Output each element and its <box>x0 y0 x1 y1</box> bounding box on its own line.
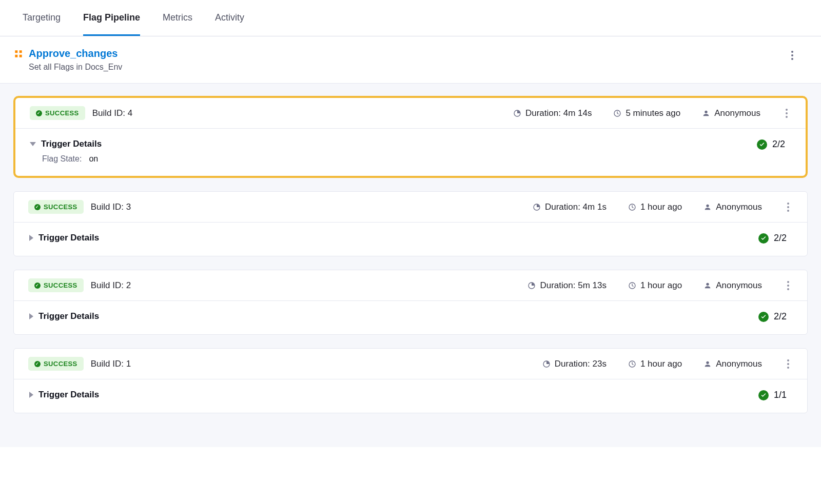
build-time-ago: 1 hour ago <box>640 202 682 212</box>
stage-ratio: 2/2 <box>757 139 785 150</box>
svg-point-11 <box>707 361 709 364</box>
build-actions-menu[interactable] <box>782 107 791 119</box>
build-header: ✓ SUCCESS Build ID: 4 Duration: 4m 14s 5… <box>15 98 806 129</box>
check-icon: ✓ <box>34 361 41 367</box>
status-badge: ✓ SUCCESS <box>28 357 84 371</box>
build-time-ago: 1 hour ago <box>640 280 682 291</box>
build-actions-menu[interactable] <box>784 279 793 292</box>
page-header: Approve_changes Set all Flags in Docs_En… <box>0 36 821 84</box>
chevron-right-icon <box>29 392 33 398</box>
status-badge: ✓ SUCCESS <box>30 106 85 120</box>
pipeline-title-link[interactable]: Approve_changes <box>29 48 122 59</box>
check-icon: ✓ <box>34 204 41 210</box>
duration-icon <box>542 360 551 368</box>
clock-icon <box>628 360 636 368</box>
svg-point-8 <box>707 283 709 285</box>
svg-point-2 <box>705 110 708 113</box>
svg-point-5 <box>707 204 709 207</box>
ratio-value: 1/1 <box>774 390 787 400</box>
status-label: SUCCESS <box>44 281 77 289</box>
status-label: SUCCESS <box>44 203 77 211</box>
trigger-details-toggle[interactable]: Trigger Details <box>28 390 99 400</box>
build-time-ago: 1 hour ago <box>640 359 682 369</box>
tab-flag-pipeline[interactable]: Flag Pipeline <box>83 12 140 36</box>
clock-icon <box>628 281 636 290</box>
trigger-details-toggle[interactable]: Trigger Details <box>28 311 99 321</box>
chevron-right-icon <box>29 235 33 241</box>
build-header: ✓ SUCCESS Build ID: 1 Duration: 23s 1 ho… <box>14 349 807 379</box>
build-user: Anonymous <box>716 202 762 212</box>
trigger-title: Trigger Details <box>41 139 102 149</box>
check-circle-icon <box>758 390 769 400</box>
check-circle-icon <box>757 139 767 150</box>
status-label: SUCCESS <box>45 109 79 117</box>
trigger-title: Trigger Details <box>38 311 99 321</box>
check-circle-icon <box>758 312 769 322</box>
build-duration: Duration: 5m 13s <box>540 280 606 291</box>
status-badge: ✓ SUCCESS <box>28 278 84 292</box>
build-header: ✓ SUCCESS Build ID: 3 Duration: 4m 1s 1 … <box>14 192 807 223</box>
pipeline-subtitle: Set all Flags in Docs_Env <box>29 63 122 72</box>
pipeline-icon <box>13 49 24 59</box>
build-card: ✓ SUCCESS Build ID: 1 Duration: 23s 1 ho… <box>13 348 808 413</box>
build-card: ✓ SUCCESS Build ID: 2 Duration: 5m 13s 1… <box>13 270 808 335</box>
tab-activity[interactable]: Activity <box>215 12 244 36</box>
ratio-value: 2/2 <box>774 311 787 322</box>
flag-state-row: Flag State: on <box>42 154 102 164</box>
clock-icon <box>613 109 621 117</box>
ratio-value: 2/2 <box>772 139 785 150</box>
build-user: Anonymous <box>714 108 760 118</box>
status-label: SUCCESS <box>44 360 77 368</box>
flag-state-value: on <box>89 154 98 164</box>
build-duration: Duration: 4m 14s <box>525 108 592 118</box>
user-icon <box>703 360 712 368</box>
build-actions-menu[interactable] <box>784 358 793 370</box>
trigger-details-toggle[interactable]: Trigger Details <box>30 139 102 149</box>
duration-icon <box>533 203 541 211</box>
builds-list: ✓ SUCCESS Build ID: 4 Duration: 4m 14s 5… <box>0 84 821 447</box>
stage-ratio: 2/2 <box>758 311 787 322</box>
ratio-value: 2/2 <box>774 233 787 244</box>
build-duration: Duration: 23s <box>555 359 607 369</box>
trigger-title: Trigger Details <box>38 233 99 243</box>
build-card: ✓ SUCCESS Build ID: 3 Duration: 4m 1s 1 … <box>13 191 808 256</box>
duration-icon <box>527 281 536 290</box>
user-icon <box>703 203 712 211</box>
build-time-ago: 5 minutes ago <box>625 108 680 118</box>
build-id: Build ID: 4 <box>92 108 132 118</box>
tabs-bar: Targeting Flag Pipeline Metrics Activity <box>0 0 821 36</box>
status-badge: ✓ SUCCESS <box>28 200 84 214</box>
page-actions-menu[interactable] <box>786 48 798 63</box>
build-duration: Duration: 4m 1s <box>545 202 607 212</box>
build-actions-menu[interactable] <box>784 201 793 213</box>
build-user: Anonymous <box>716 359 762 369</box>
check-icon: ✓ <box>36 110 42 116</box>
check-circle-icon <box>758 233 769 244</box>
build-card: ✓ SUCCESS Build ID: 4 Duration: 4m 14s 5… <box>13 96 808 178</box>
user-icon <box>703 281 712 290</box>
tab-targeting[interactable]: Targeting <box>23 12 61 36</box>
build-header: ✓ SUCCESS Build ID: 2 Duration: 5m 13s 1… <box>14 270 807 301</box>
check-icon: ✓ <box>34 283 41 289</box>
stage-ratio: 2/2 <box>758 233 787 244</box>
stage-ratio: 1/1 <box>758 390 787 400</box>
build-user: Anonymous <box>716 280 762 291</box>
build-id: Build ID: 2 <box>91 280 131 291</box>
trigger-details-toggle[interactable]: Trigger Details <box>28 233 99 243</box>
tab-metrics[interactable]: Metrics <box>163 12 192 36</box>
clock-icon <box>628 203 636 211</box>
duration-icon <box>513 109 521 117</box>
build-id: Build ID: 3 <box>91 202 131 212</box>
trigger-title: Trigger Details <box>38 390 99 400</box>
user-icon <box>702 109 710 117</box>
build-id: Build ID: 1 <box>91 359 131 369</box>
flag-state-label: Flag State: <box>42 154 82 164</box>
chevron-down-icon <box>30 142 36 146</box>
chevron-right-icon <box>29 313 33 319</box>
